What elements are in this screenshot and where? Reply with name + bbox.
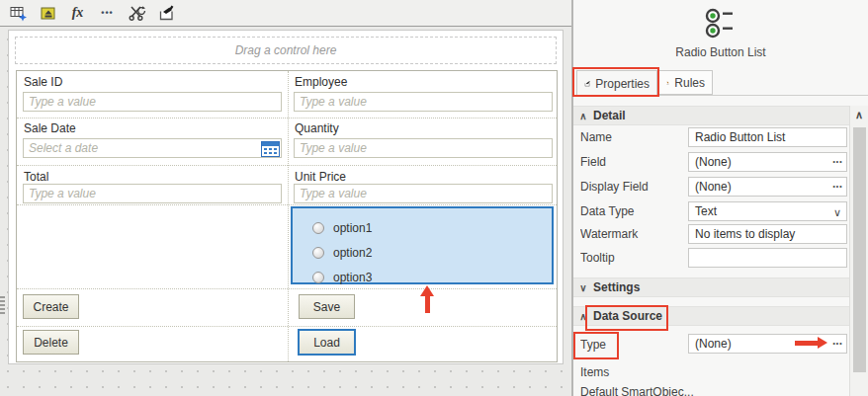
radio-circle-icon[interactable] [312, 222, 324, 234]
display-field-value-text: (None) [695, 180, 732, 194]
tooltip-property-value[interactable] [688, 248, 847, 268]
save-button[interactable]: Save [299, 294, 355, 319]
form-table: Sale ID Employee Sale Date Quantity [16, 70, 558, 362]
chevron-down-icon: ∨ [573, 282, 593, 293]
more-options-icon[interactable]: ••• [98, 4, 117, 23]
type-property-label: Type [580, 335, 685, 355]
watermark-value-text: No items to display [695, 227, 795, 241]
scroll-up-icon[interactable]: ∧ [850, 106, 868, 123]
radio-option[interactable]: option1 [304, 215, 552, 240]
canvas-resize-grip[interactable] [0, 296, 5, 314]
column-divider [288, 71, 289, 361]
display-field-property-label: Display Field [580, 177, 685, 197]
display-field-property-value[interactable]: (None) ... [688, 177, 847, 197]
section-settings-title: Settings [593, 280, 640, 294]
delete-button-label: Delete [34, 336, 68, 350]
delete-button[interactable]: Delete [23, 330, 79, 355]
total-label: Total [24, 170, 48, 184]
items-property-label: Items [580, 362, 685, 382]
selected-control-title: Radio Button List [573, 45, 868, 59]
employee-input[interactable] [294, 92, 553, 112]
row-divider [17, 326, 557, 327]
section-data-source-title: Data Source [593, 309, 662, 323]
panel-scrollbar[interactable]: ∧ [849, 106, 868, 396]
form-designer-window: fx ••• Drag a control here [0, 0, 868, 396]
total-input[interactable] [23, 184, 282, 203]
section-detail-title: Detail [593, 109, 626, 122]
name-property-label: Name [580, 127, 685, 147]
radio-circle-icon[interactable] [312, 247, 324, 259]
watermark-property-value[interactable]: No items to display [688, 224, 847, 244]
annotation-arrow-right [795, 337, 828, 350]
row-divider [17, 165, 557, 166]
dropdown-chevron-icon[interactable]: ∨ [833, 203, 841, 221]
drag-hint-text: Drag a control here [235, 43, 337, 57]
tab-rules-label: Rules [674, 76, 705, 90]
tab-properties[interactable]: Properties [576, 70, 657, 96]
sale-date-label: Sale Date [24, 121, 76, 135]
chevron-up-icon: ∧ [573, 111, 593, 121]
tooltip-property-label: Tooltip [580, 248, 685, 268]
data-type-property-label: Data Type [580, 201, 685, 221]
unit-price-input[interactable] [294, 184, 553, 203]
quantity-input[interactable] [294, 138, 553, 158]
row-divider [17, 204, 557, 205]
employee-label: Employee [295, 75, 347, 89]
default-smartobject-property-label: Default SmartObjec... [580, 382, 719, 396]
rules-gavel-icon [666, 76, 669, 90]
type-value-text: (None) [695, 337, 732, 351]
chevron-up-icon: ∧ [573, 311, 593, 322]
change-theme-icon[interactable] [39, 4, 57, 23]
quantity-label: Quantity [295, 121, 339, 135]
style-tools-icon[interactable] [128, 4, 146, 23]
calendar-picker-icon[interactable] [260, 139, 280, 157]
ellipsis-glyph: ••• [101, 8, 113, 18]
radio-option[interactable]: option2 [304, 240, 552, 265]
name-property-value[interactable]: Radio Button List [688, 127, 847, 147]
create-button-label: Create [33, 300, 68, 314]
field-property-label: Field [580, 152, 685, 172]
save-button-label: Save [313, 300, 340, 314]
name-value-text: Radio Button List [695, 130, 785, 144]
create-button[interactable]: Create [23, 294, 79, 319]
field-ellipsis-button[interactable]: ... [832, 153, 842, 166]
expression-icon[interactable]: fx [68, 4, 87, 23]
design-layout-icon[interactable] [9, 4, 28, 23]
type-ellipsis-button[interactable]: ... [832, 335, 842, 348]
paste-properties-icon[interactable] [157, 4, 176, 23]
fx-glyph: fx [72, 5, 84, 21]
section-detail-header[interactable]: ∧ Detail [573, 106, 849, 125]
field-value-text: (None) [695, 155, 732, 169]
radio-option-label: option3 [333, 271, 372, 284]
radio-circle-icon[interactable] [312, 272, 324, 283]
annotation-arrow-up [420, 285, 434, 313]
sale-date-input[interactable] [23, 138, 282, 158]
radio-option-label: option1 [333, 221, 372, 235]
unit-price-label: Unit Price [295, 170, 346, 184]
data-type-property-value[interactable]: Text ∨ [688, 201, 847, 221]
tab-rules[interactable]: Rules [658, 70, 713, 95]
section-data-source-header[interactable]: ∧ Data Source [573, 306, 849, 326]
row-divider [17, 118, 557, 119]
watermark-property-label: Watermark [580, 224, 685, 244]
scrollbar-thumb[interactable] [853, 127, 866, 372]
display-field-ellipsis-button[interactable]: ... [832, 178, 842, 191]
designer-toolbar: fx ••• [0, 0, 571, 27]
form-canvas: Drag a control here Sale ID Employee Sal… [8, 30, 564, 364]
properties-tab-icon [584, 77, 590, 91]
sale-id-label: Sale ID [24, 75, 62, 89]
tab-properties-label: Properties [595, 77, 650, 91]
load-button[interactable]: Load [298, 329, 356, 356]
radio-option-label: option2 [333, 246, 372, 260]
data-type-value-text: Text [695, 204, 717, 218]
load-button-label: Load [313, 336, 340, 350]
radio-button-list-control[interactable]: option1 option2 option3 [291, 206, 554, 284]
field-property-value[interactable]: (None) ... [688, 152, 847, 172]
drag-drop-zone[interactable]: Drag a control here [15, 37, 557, 64]
section-settings-header[interactable]: ∨ Settings [573, 277, 849, 297]
radio-button-list-icon [705, 7, 735, 43]
sale-id-input[interactable] [23, 92, 282, 112]
